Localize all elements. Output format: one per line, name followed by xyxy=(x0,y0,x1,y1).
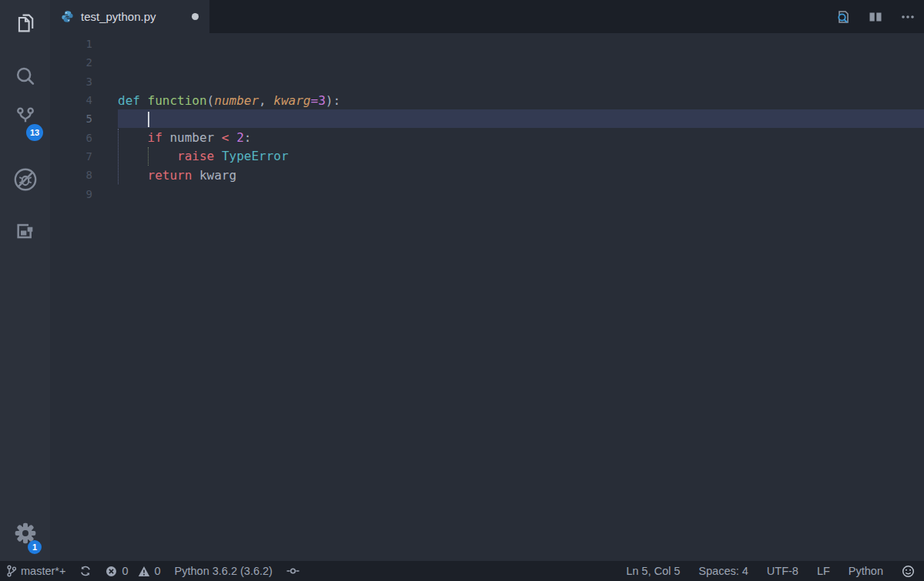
extensions-icon[interactable] xyxy=(0,213,50,250)
error-icon xyxy=(105,566,117,577)
warning-count: 0 xyxy=(155,565,161,577)
code-text xyxy=(118,53,924,72)
extensions-blocks-icon xyxy=(13,219,38,243)
line-number: 7 xyxy=(50,150,92,163)
magnifier-icon xyxy=(13,65,38,89)
line-number: 6 xyxy=(50,132,92,144)
cursor-position-status[interactable]: Ln 5, Col 5 xyxy=(626,565,680,577)
split-editor-button[interactable] xyxy=(867,8,884,25)
vscode-window: 13 xyxy=(0,0,924,581)
line-col-label: Ln 5, Col 5 xyxy=(626,565,680,577)
status-left: master*+ 0 xyxy=(6,565,300,577)
eol-label: LF xyxy=(817,565,830,577)
code-text xyxy=(118,35,924,53)
editor-actions xyxy=(835,0,916,33)
code-text: raise TypeError xyxy=(118,147,924,166)
error-count: 0 xyxy=(122,565,128,577)
code-text xyxy=(118,109,924,128)
line-number: 9 xyxy=(50,188,92,200)
language-label: Python xyxy=(849,565,883,577)
no-bug-icon xyxy=(12,166,38,193)
indentation-status[interactable]: Spaces: 4 xyxy=(698,565,748,577)
python-file-icon xyxy=(61,10,74,23)
git-branch-icon xyxy=(6,565,17,577)
sync-icon xyxy=(79,565,92,577)
search-icon[interactable] xyxy=(0,59,50,96)
python-interpreter-status[interactable]: Python 3.6.2 (3.6.2) xyxy=(175,565,273,577)
settings-badge: 1 xyxy=(28,540,42,554)
tab-test-python[interactable]: test_python.py xyxy=(50,0,209,33)
sync-button[interactable] xyxy=(79,565,92,577)
code-text xyxy=(118,184,924,203)
editor-group: test_python.py xyxy=(50,0,924,561)
open-preview-button[interactable] xyxy=(835,8,852,25)
branch-label: master*+ xyxy=(21,565,65,577)
status-right: Ln 5, Col 5 Spaces: 4 UTF-8 LF Python xyxy=(626,565,915,578)
ellipsis-icon xyxy=(899,8,916,25)
line-number: 4 xyxy=(50,94,92,106)
eol-status[interactable]: LF xyxy=(817,565,830,577)
preview-search-icon xyxy=(835,8,852,25)
code-text xyxy=(118,72,924,91)
code-line[interactable]: 9 xyxy=(50,184,924,203)
code-line[interactable]: 4def function(number, kwarg=3): xyxy=(50,91,924,109)
encoding-label: UTF-8 xyxy=(767,565,798,577)
code-line[interactable]: 1 xyxy=(50,35,924,53)
line-number: 5 xyxy=(50,113,92,125)
linter-status-button[interactable] xyxy=(286,566,300,576)
code-text: return kwarg xyxy=(118,166,924,184)
split-editor-icon xyxy=(867,8,884,25)
problems-status[interactable]: 0 0 xyxy=(105,565,160,577)
files-icon xyxy=(14,12,37,35)
code-line[interactable]: 5 xyxy=(50,109,924,128)
language-mode-status[interactable]: Python xyxy=(849,565,883,577)
git-branch-status[interactable]: master*+ xyxy=(6,565,65,577)
smiley-icon xyxy=(902,565,915,578)
code-text: if number < 2: xyxy=(118,128,924,146)
line-number: 2 xyxy=(50,56,92,69)
warning-icon xyxy=(138,566,150,577)
feedback-button[interactable] xyxy=(902,565,915,578)
debug-icon[interactable] xyxy=(0,161,50,198)
code-line[interactable]: 7 raise TypeError xyxy=(50,147,924,166)
indentation-label: Spaces: 4 xyxy=(698,565,748,577)
code-line[interactable]: 6 if number < 2: xyxy=(50,128,924,146)
code-text: def function(number, kwarg=3): xyxy=(118,91,924,109)
code-line[interactable]: 3 xyxy=(50,72,924,91)
interpreter-label: Python 3.6.2 (3.6.2) xyxy=(175,565,273,577)
more-actions-button[interactable] xyxy=(899,8,916,25)
code-lines: 1234def function(number, kwarg=3):56 if … xyxy=(50,35,924,203)
activity-bar: 13 xyxy=(0,0,50,561)
source-control-icon[interactable]: 13 xyxy=(0,99,50,136)
tab-bar: test_python.py xyxy=(50,0,924,33)
line-number: 8 xyxy=(50,169,92,181)
encoding-status[interactable]: UTF-8 xyxy=(767,565,798,577)
modified-dot-icon xyxy=(192,13,199,20)
tab-title: test_python.py xyxy=(81,10,156,23)
line-number: 3 xyxy=(50,76,92,88)
scm-badge: 13 xyxy=(26,124,43,141)
status-bar: master*+ 0 xyxy=(0,561,924,581)
line-number: 1 xyxy=(50,38,92,50)
code-editor[interactable]: 1234def function(number, kwarg=3):56 if … xyxy=(50,33,924,561)
code-line[interactable]: 2 xyxy=(50,53,924,72)
explorer-icon[interactable] xyxy=(0,5,50,42)
commit-icon xyxy=(286,566,300,576)
settings-gear-icon[interactable]: 1 xyxy=(0,515,50,552)
code-line[interactable]: 8 return kwarg xyxy=(50,166,924,184)
